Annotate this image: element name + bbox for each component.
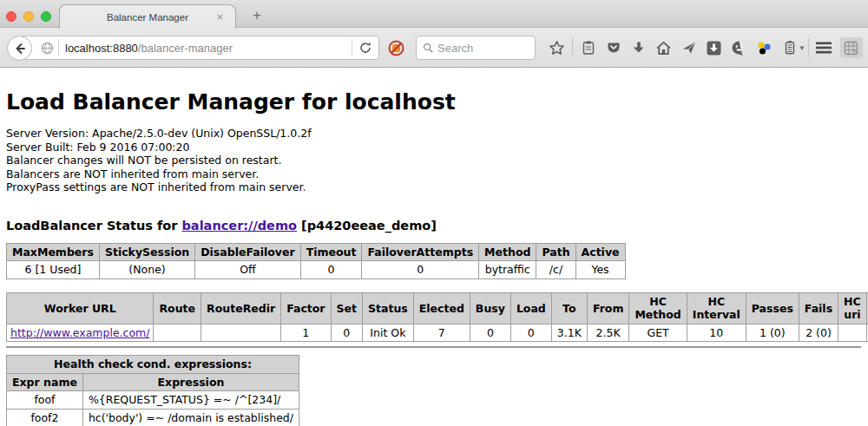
smiley-chat-icon	[731, 40, 747, 56]
table-cell	[154, 324, 201, 342]
tab-close-icon[interactable]: ×	[214, 10, 227, 23]
reload-button[interactable]	[352, 36, 378, 59]
extension-dots-button[interactable]	[752, 36, 777, 60]
health-check-table: Health check cond. expressions: Expr nam…	[6, 355, 299, 426]
table-header-cell: Active	[575, 243, 625, 261]
worker-url-link[interactable]: http://www.example.com/	[10, 326, 149, 339]
plugin-blocked-icon	[387, 39, 405, 57]
toolbar-divider	[572, 38, 573, 57]
table-cell: (None)	[99, 261, 194, 279]
toolbar-buttons: ▼	[544, 28, 863, 68]
table-cell: 0	[300, 261, 362, 279]
table-cell: 3.1K	[551, 324, 587, 342]
zoom-window-button[interactable]	[41, 11, 51, 22]
table-header-cell: Passes	[746, 292, 799, 324]
urlbar-divider	[58, 39, 59, 56]
colored-dots-icon	[756, 40, 773, 56]
send-tab-button[interactable]	[676, 36, 701, 60]
plugin-blocked-button[interactable]	[387, 39, 405, 57]
home-icon	[655, 40, 672, 56]
dropdown-caret-icon[interactable]: ▼	[799, 44, 806, 52]
table-cell: 0	[331, 324, 362, 342]
table-header-cell: Expression	[82, 373, 299, 391]
table-header-row: Worker URL Route RouteRedir Factor Set S…	[7, 292, 868, 324]
table-header-cell: HC Method	[629, 292, 687, 324]
url-bar[interactable]: localhost:8880/balancer-manager	[19, 36, 379, 60]
close-window-button[interactable]	[6, 11, 16, 22]
table-cell: Yes	[575, 261, 625, 279]
table-row: 6 [1 Used] (None) Off 0 0 bytraffic /c/ …	[7, 261, 626, 279]
table-cell: http://www.example.com/	[7, 324, 154, 342]
persist-note-line: Balancer changes will NOT be persisted o…	[6, 154, 861, 167]
status-heading-suffix: [p4420eeae_demo]	[297, 219, 437, 233]
site-globe-icon	[41, 42, 54, 55]
inherit-note-line: Balancers are NOT inherited from main se…	[6, 167, 861, 181]
menu-button[interactable]	[812, 36, 837, 60]
table-header-cell: Method	[479, 243, 536, 261]
table-header-cell: Expr name	[7, 373, 83, 391]
table-cell: 2.5K	[587, 324, 629, 342]
table-header-row: MaxMembers StickySession DisableFailover…	[7, 243, 626, 261]
balancer-demo-link[interactable]: balancer://demo	[181, 219, 297, 233]
back-button[interactable]	[7, 36, 32, 61]
health-table-title: Health check cond. expressions:	[7, 356, 299, 374]
table-cell	[201, 324, 281, 342]
table-header-cell: RouteRedir	[201, 292, 281, 324]
url-text: localhost:8880/balancer-manager	[65, 42, 352, 55]
search-input[interactable]	[437, 42, 529, 55]
download-extension-button[interactable]	[701, 36, 727, 60]
table-cell: foof2	[7, 409, 83, 426]
page-content: Load Balancer Manager for localhost Serv…	[0, 89, 868, 426]
back-arrow-icon	[13, 42, 27, 56]
table-cell: 10	[687, 324, 746, 342]
browser-tab[interactable]: Balancer Manager ×	[59, 4, 236, 29]
table-header-cell: To	[551, 292, 587, 324]
bookmark-button[interactable]	[544, 36, 569, 60]
table-cell: 0	[470, 324, 510, 342]
table-cell: 6 [1 Used]	[7, 261, 100, 279]
table-cell: bytraffic	[479, 261, 536, 279]
table-header-row: Health check cond. expressions:	[7, 356, 299, 374]
table-header-cell: Path	[536, 243, 575, 261]
url-path: /balancer-manager	[138, 42, 233, 55]
download-arrow-icon	[631, 40, 647, 56]
pocket-button[interactable]	[601, 36, 626, 60]
table-cell: 0	[510, 324, 551, 342]
download-box-icon	[706, 40, 722, 56]
table-header-cell: Set	[331, 292, 362, 324]
tab-title: Balancer Manager	[107, 12, 188, 23]
table-row: foof2 hc('body') =~ /domain is establish…	[7, 409, 299, 426]
table-cell: 0	[362, 261, 479, 279]
table-cell: Init Ok	[363, 324, 414, 342]
table-header-cell: Status	[363, 292, 414, 324]
table-header-cell: MaxMembers	[7, 243, 100, 261]
table-header-cell: Fails	[799, 292, 838, 324]
clipboard-button[interactable]	[575, 36, 601, 60]
url-domain: localhost:8880	[65, 42, 138, 55]
table-row: http://www.example.com/ 1 0 Init Ok 7 0 …	[7, 324, 868, 342]
table-cell: 2 (0)	[799, 324, 838, 342]
server-version-line: Server Version: Apache/2.5.0-dev (Unix) …	[6, 127, 861, 141]
loadbalancer-status-heading: LoadBalancer Status for balancer://demo …	[6, 219, 861, 233]
minimize-window-button[interactable]	[23, 11, 34, 22]
pages-button[interactable]	[840, 37, 863, 58]
new-tab-button[interactable]: +	[247, 6, 267, 25]
table-cell: /c/	[536, 261, 575, 279]
balancer-settings-table: MaxMembers StickySession DisableFailover…	[6, 243, 626, 279]
status-heading-prefix: LoadBalancer Status for	[6, 219, 181, 233]
battery-icon	[782, 40, 798, 56]
titlebar: Balancer Manager × +	[0, 0, 868, 28]
table-header-cell: Route	[154, 292, 201, 324]
home-button[interactable]	[651, 36, 676, 60]
table-cell: GET	[629, 324, 687, 342]
search-bar[interactable]	[416, 36, 536, 60]
window-controls	[6, 11, 51, 22]
section-divider	[6, 346, 861, 348]
table-cell: 7	[413, 324, 470, 342]
table-row: foof %{REQUEST_STATUS} =~ /^[234]/	[7, 391, 299, 410]
downloads-button[interactable]	[626, 36, 651, 60]
toolbar-divider	[808, 38, 809, 57]
send-plane-icon	[681, 40, 697, 56]
hello-button[interactable]	[727, 36, 752, 60]
table-header-cell: HC uri	[838, 292, 867, 324]
